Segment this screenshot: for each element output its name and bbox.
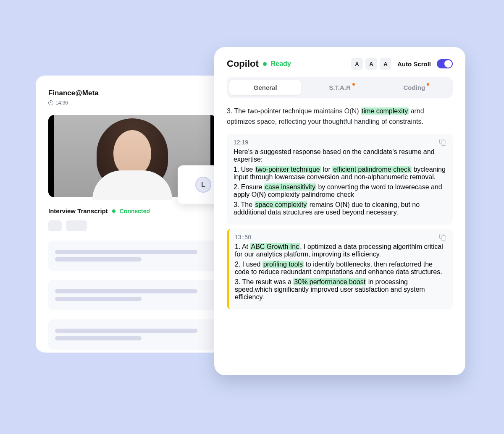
message-text: 1. At xyxy=(235,243,250,250)
toolbar-placeholder[interactable] xyxy=(66,220,87,231)
message-timestamp: 12:19 xyxy=(234,139,248,146)
tab-general[interactable]: General xyxy=(229,80,301,95)
copilot-messages: 3. The two-pointer technique maintains O… xyxy=(227,104,453,309)
highlight: efficient palindrome check xyxy=(332,166,412,173)
transcript-skeleton xyxy=(48,241,216,271)
message-text: 3. The result was a xyxy=(235,278,293,285)
copilot-panel: Copilot Ready A A A Auto Scroll General … xyxy=(214,47,465,375)
copy-icon[interactable] xyxy=(439,234,446,241)
tab-label: Coding xyxy=(403,84,425,91)
font-size-large-button[interactable]: A xyxy=(380,58,391,70)
tab-star[interactable]: S.T.A.R xyxy=(304,80,375,95)
notification-dot-icon xyxy=(427,83,429,86)
highlight: case insensitivity xyxy=(264,183,316,191)
message-text: 3. The two-pointer technique maintains O… xyxy=(227,107,361,115)
copilot-title: Copilot xyxy=(227,58,259,69)
status-dot-icon xyxy=(263,62,267,66)
person-image xyxy=(90,117,174,192)
highlight: ABC Growth Inc xyxy=(250,243,300,250)
font-size-medium-button[interactable]: A xyxy=(365,58,377,70)
highlight: two-pointer technique xyxy=(255,166,321,173)
auto-scroll-toggle[interactable] xyxy=(437,59,453,68)
message-text: 2. I used xyxy=(235,261,262,268)
tab-label: General xyxy=(254,84,277,91)
message-fragment: 3. The two-pointer technique maintains O… xyxy=(227,104,453,130)
message-text: Here's a suggested response based on the… xyxy=(234,148,446,163)
self-avatar: L xyxy=(195,177,211,193)
highlight: 30% performance boost xyxy=(293,278,366,285)
tab-label: S.T.A.R xyxy=(329,84,351,91)
transcript-status: Connected xyxy=(120,208,150,214)
video-letterbox xyxy=(48,115,54,197)
copy-icon[interactable] xyxy=(439,139,446,146)
toolbar-placeholder[interactable] xyxy=(48,220,62,231)
highlight: space complexity xyxy=(255,201,308,208)
font-size-buttons: A A A xyxy=(351,58,391,70)
clock-icon xyxy=(48,100,53,105)
copilot-tabs: General S.T.A.R Coding xyxy=(227,77,453,98)
highlight: time complexity xyxy=(361,107,409,115)
transcript-skeleton xyxy=(48,319,216,350)
message-card: 12:19 Here's a suggested response based … xyxy=(227,134,453,225)
message-timestamp: 13::50 xyxy=(235,234,251,241)
transcript-title-text: Interview Transcript xyxy=(48,207,108,214)
status-dot-icon xyxy=(112,209,116,213)
tab-coding[interactable]: Coding xyxy=(378,80,450,95)
message-card-highlighted: 13::50 1. At ABC Growth Inc, I optimized… xyxy=(227,229,453,309)
copilot-header: Copilot Ready A A A Auto Scroll xyxy=(227,58,453,70)
message-text: for xyxy=(321,166,333,173)
notification-dot-icon xyxy=(352,83,355,86)
message-text: 2. Ensure xyxy=(234,183,264,191)
auto-scroll-label: Auto Scroll xyxy=(397,60,431,68)
highlight: profiling tools xyxy=(262,261,304,268)
message-text: 3. The xyxy=(234,201,255,208)
transcript-skeleton xyxy=(48,280,216,310)
video-feed: L xyxy=(48,115,216,197)
message-text: 1. Use xyxy=(234,166,255,173)
copilot-status: Ready xyxy=(271,60,291,68)
font-size-small-button[interactable]: A xyxy=(351,58,363,70)
meeting-time-value: 14:36 xyxy=(55,100,68,106)
